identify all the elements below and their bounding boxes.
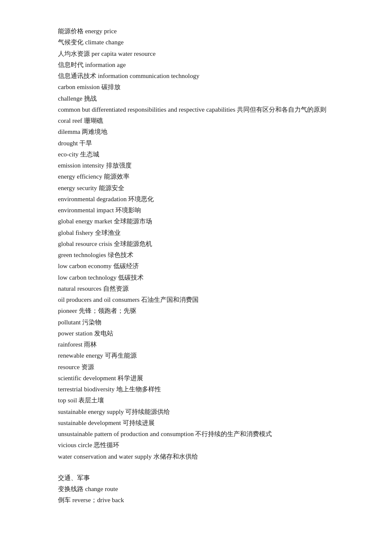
list-item: water conservation and water supply 水储存和… [58, 451, 334, 462]
list-item: power station 发电站 [58, 328, 334, 339]
list-item: top soil 表层土壤 [58, 395, 334, 406]
list-item: challenge 挑战 [58, 93, 334, 104]
list-item: pioneer 先锋；领跑者；先驱 [58, 305, 334, 316]
list-item: vicious circle 恶性循环 [58, 439, 334, 451]
list-item: renewable energy 可再生能源 [58, 350, 334, 361]
list-item: 信息通讯技术 information communication technol… [58, 70, 334, 81]
list-item: terrestrial biodiversity 地上生物多样性 [58, 384, 334, 395]
list-item: dilemma 两难境地 [58, 126, 334, 137]
list-item: energy efficiency 能源效率 [58, 171, 334, 182]
list-item: environmental impact 环境影响 [58, 205, 334, 216]
list-item: global resource crisis 全球能源危机 [58, 238, 334, 249]
list-item: global fishery 全球渔业 [58, 227, 334, 238]
list-item: 信息时代 information age [58, 59, 334, 70]
list-item: emission intensity 排放强度 [58, 160, 334, 171]
list-item: low carbon technology 低碳技术 [58, 272, 334, 283]
list-item: global energy market 全球能源市场 [58, 216, 334, 227]
list-item: sustainable energy supply 可持续能源供给 [58, 406, 334, 417]
list-item: energy security 能源安全 [58, 182, 334, 194]
section-vocab-list: 变换线路 change route倒车 reverse；drive back [58, 483, 334, 506]
list-item: sustainable development 可持续进展 [58, 417, 334, 428]
list-item: 人均水资源 per capita water resource [58, 48, 334, 59]
list-item: 倒车 reverse；drive back [58, 494, 334, 506]
list-item: coral reef 珊瑚礁 [58, 115, 334, 126]
list-item: eco-city 生态城 [58, 149, 334, 160]
list-item: carbon emission 碳排放 [58, 81, 334, 92]
list-item: green technologies 绿色技术 [58, 249, 334, 260]
list-item: low carbon economy 低碳经济 [58, 260, 334, 272]
list-item: pollutant 污染物 [58, 317, 334, 328]
list-item: scientific development 科学进展 [58, 373, 334, 384]
list-item: rainforest 雨林 [58, 339, 334, 350]
list-item: oil producers and oil consumers 石油生产国和消费… [58, 294, 334, 305]
vocabulary-list: 能源价格 energy price气候变化 climate change人均水资… [58, 26, 334, 462]
section-divider: 交通、军事 变换线路 change route倒车 reverse；drive … [58, 472, 334, 506]
list-item: resource 资源 [58, 361, 334, 373]
list-item: unsustainable pattern of production and … [58, 428, 334, 439]
list-item: 变换线路 change route [58, 483, 334, 494]
list-item: common but differentiated responsibiliti… [58, 104, 334, 115]
section-header: 交通、军事 [58, 472, 334, 483]
list-item: 能源价格 energy price [58, 26, 334, 37]
list-item: natural resources 自然资源 [58, 283, 334, 294]
list-item: drought 干旱 [58, 138, 334, 149]
list-item: environmental degradation 环境恶化 [58, 194, 334, 205]
list-item: 气候变化 climate change [58, 37, 334, 48]
